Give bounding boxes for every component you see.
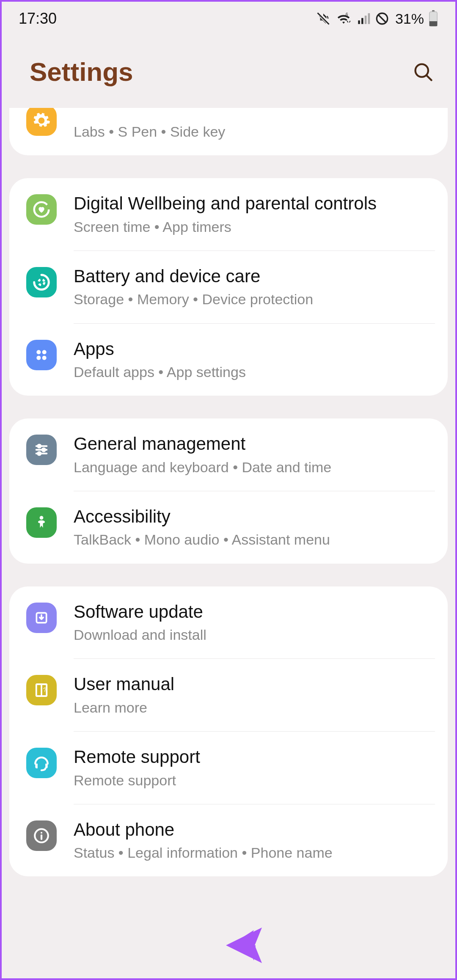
row-title: Apps xyxy=(74,338,435,361)
battery-icon xyxy=(428,10,438,27)
status-time: 17:30 xyxy=(19,10,57,28)
settings-list[interactable]: Labs • S Pen • Side keyDigital Wellbeing… xyxy=(2,108,455,876)
row-subtitle: Screen time • App timers xyxy=(74,217,435,236)
svg-point-20 xyxy=(40,516,44,520)
row-remote[interactable]: Remote supportRemote support xyxy=(9,732,448,804)
svg-point-17 xyxy=(38,445,41,448)
svg-rect-4 xyxy=(368,13,370,24)
svg-marker-25 xyxy=(226,928,262,963)
settings-group: Software updateDownload and install?User… xyxy=(9,586,448,877)
svg-point-14 xyxy=(42,350,47,354)
vibrate-icon xyxy=(316,11,331,26)
row-title: General management xyxy=(74,433,435,455)
svg-point-16 xyxy=(42,355,47,360)
status-bar: 17:30 6 xyxy=(2,2,455,36)
about-icon xyxy=(26,820,57,851)
row-subtitle: Learn more xyxy=(74,698,435,717)
row-title: Accessibility xyxy=(74,506,435,528)
settings-group: General managementLanguage and keyboard … xyxy=(9,418,448,563)
svg-rect-9 xyxy=(429,25,437,26)
svg-point-13 xyxy=(36,350,41,354)
row-text: Digital Wellbeing and parental controlsS… xyxy=(74,193,435,236)
annotation-arrow xyxy=(213,920,412,971)
row-title: Software update xyxy=(74,601,435,623)
row-text: User manualLearn more xyxy=(74,673,435,717)
apps-icon xyxy=(26,340,57,370)
row-subtitle: Labs • S Pen • Side key xyxy=(74,122,435,141)
row-text: Labs • S Pen • Side key xyxy=(74,122,435,141)
wellbeing-icon xyxy=(26,194,57,225)
signal-icon xyxy=(356,11,371,26)
accessibility-icon xyxy=(26,507,57,538)
row-subtitle: Status • Legal information • Phone name xyxy=(74,843,435,862)
row-battery-care[interactable]: Battery and device careStorage • Memory … xyxy=(9,251,448,323)
svg-point-18 xyxy=(42,449,45,451)
settings-group: Labs • S Pen • Side key xyxy=(9,108,448,155)
advanced-icon xyxy=(26,108,57,136)
row-subtitle: TalkBack • Mono audio • Assistant menu xyxy=(74,530,435,549)
wifi-icon: 6 xyxy=(335,11,352,26)
svg-point-24 xyxy=(41,832,42,834)
row-text: About phoneStatus • Legal information • … xyxy=(74,819,435,862)
row-text: AppsDefault apps • App settings xyxy=(74,338,435,382)
row-title: User manual xyxy=(74,673,435,696)
svg-point-12 xyxy=(39,279,44,285)
remote-icon xyxy=(26,748,57,778)
settings-group: Digital Wellbeing and parental controlsS… xyxy=(9,178,448,396)
header: Settings xyxy=(2,36,455,112)
row-software-update[interactable]: Software updateDownload and install xyxy=(9,586,448,659)
svg-point-19 xyxy=(38,452,41,455)
row-text: Remote supportRemote support xyxy=(74,746,435,790)
svg-point-15 xyxy=(36,355,41,360)
svg-rect-2 xyxy=(361,18,363,24)
row-general[interactable]: General managementLanguage and keyboard … xyxy=(9,418,448,491)
row-text: General managementLanguage and keyboard … xyxy=(74,433,435,476)
row-title: Battery and device care xyxy=(74,265,435,288)
battery-care-icon xyxy=(26,267,57,297)
battery-percent: 31% xyxy=(395,11,424,27)
search-button[interactable] xyxy=(412,61,434,83)
row-title: About phone xyxy=(74,819,435,841)
row-subtitle: Language and keyboard • Date and time xyxy=(74,458,435,476)
update-icon xyxy=(26,603,57,633)
manual-icon: ? xyxy=(26,675,57,705)
row-text: Software updateDownload and install xyxy=(74,601,435,644)
dnd-icon xyxy=(375,11,389,26)
row-about[interactable]: About phoneStatus • Legal information • … xyxy=(9,804,448,877)
page-title: Settings xyxy=(30,57,133,87)
row-subtitle: Default apps • App settings xyxy=(74,363,435,381)
svg-text:6: 6 xyxy=(346,12,348,17)
row-text: AccessibilityTalkBack • Mono audio • Ass… xyxy=(74,506,435,549)
row-subtitle: Remote support xyxy=(74,771,435,790)
row-advanced[interactable]: Labs • S Pen • Side key xyxy=(9,108,448,155)
row-title: Remote support xyxy=(74,746,435,768)
row-apps[interactable]: AppsDefault apps • App settings xyxy=(9,324,448,396)
general-icon xyxy=(26,435,57,465)
svg-text:?: ? xyxy=(43,686,47,693)
svg-rect-1 xyxy=(358,20,360,24)
row-manual[interactable]: ?User manualLearn more xyxy=(9,659,448,731)
row-title: Digital Wellbeing and parental controls xyxy=(74,193,435,215)
row-text: Battery and device careStorage • Memory … xyxy=(74,265,435,309)
svg-rect-3 xyxy=(365,16,367,24)
row-wellbeing[interactable]: Digital Wellbeing and parental controlsS… xyxy=(9,178,448,251)
status-icons: 6 31% xyxy=(316,10,438,27)
row-accessibility[interactable]: AccessibilityTalkBack • Mono audio • Ass… xyxy=(9,491,448,564)
row-subtitle: Download and install xyxy=(74,625,435,644)
row-subtitle: Storage • Memory • Device protection xyxy=(74,290,435,308)
